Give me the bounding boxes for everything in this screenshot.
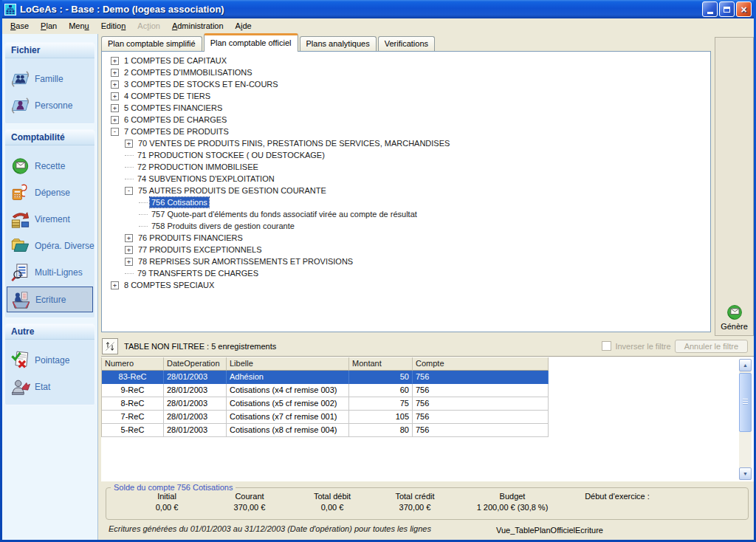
tree-item-4-comptes-de-tiers[interactable]: +4 COMPTES DE TIERS bbox=[102, 90, 710, 102]
scroll-thumb[interactable] bbox=[739, 373, 752, 432]
column-header-libelle[interactable]: Libelle bbox=[227, 357, 349, 371]
tree-item-72-production-immobilisee[interactable]: 72 PRODUCTION IMMOBILISEE bbox=[102, 161, 710, 173]
tab-verifications[interactable]: Verifications bbox=[378, 36, 435, 51]
sidebar-item-famille[interactable]: Famille bbox=[5, 66, 94, 92]
table-cell[interactable]: 60 bbox=[349, 384, 413, 397]
menu-action[interactable]: Action bbox=[131, 20, 166, 32]
tree-item-6-comptes-de-charges[interactable]: +6 COMPTES DE CHARGES bbox=[102, 114, 710, 126]
scroll-up-icon[interactable]: ▲ bbox=[739, 359, 752, 371]
tree-label: 79 TRANSFERTS DE CHARGES bbox=[136, 268, 260, 278]
table-cell[interactable]: 75 bbox=[349, 397, 413, 411]
table-cell[interactable]: 756 bbox=[413, 371, 549, 384]
table-cell[interactable]: 756 bbox=[413, 384, 549, 397]
table-cell[interactable]: 28/01/2003 bbox=[164, 424, 227, 437]
sidebar-item-opera-diverses[interactable]: Opéra. Diverses bbox=[5, 233, 94, 259]
tree-item-3-comptes-de-stocks-et-en-cours[interactable]: +3 COMPTES DE STOCKS ET EN-COURS bbox=[102, 78, 710, 90]
generate-button[interactable]: Génère bbox=[715, 303, 753, 331]
table-cell[interactable]: 9-ReC bbox=[102, 384, 164, 397]
table-cell[interactable]: 28/01/2003 bbox=[164, 397, 227, 411]
tree-item-2-comptes-d-immobilisations[interactable]: +2 COMPTES D'IMMOBILISATIONS bbox=[102, 66, 710, 78]
table-cell[interactable]: Cotisations (x4 cf remise 003) bbox=[227, 384, 349, 397]
close-button[interactable]: × bbox=[736, 1, 752, 17]
vertical-scrollbar[interactable]: ▲ ▼ bbox=[739, 359, 752, 480]
sidebar-item-virement[interactable]: Virement bbox=[5, 206, 94, 233]
tree-item-8-comptes-speciaux[interactable]: +8 COMPTES SPECIAUX bbox=[102, 279, 710, 291]
expand-icon[interactable]: + bbox=[125, 246, 133, 254]
recette-icon bbox=[9, 156, 31, 176]
table-cell[interactable]: 50 bbox=[349, 371, 413, 384]
tree-label: 70 VENTES DE PRODUITS FINIS, PRESTATIONS… bbox=[137, 138, 451, 148]
table-cell[interactable]: 756 bbox=[413, 424, 549, 437]
table-cell[interactable]: 105 bbox=[349, 411, 413, 424]
tree-item-76-produits-financiers[interactable]: +76 PRODUITS FINANCIERS bbox=[102, 232, 710, 244]
column-header-compte[interactable]: Compte bbox=[413, 357, 549, 371]
table-cell[interactable]: Cotisations (x5 cf remise 002) bbox=[227, 397, 349, 411]
sidebar-item-recette[interactable]: Recette bbox=[5, 153, 94, 179]
table-cell[interactable]: Adhésion bbox=[227, 371, 349, 384]
tree-item-758-produits-divers-de-gestion-courante[interactable]: 758 Produits divers de gestion courante bbox=[102, 220, 710, 232]
table-cell[interactable]: 756 bbox=[413, 411, 549, 424]
tree-item-756-cotisations[interactable]: 756 Cotisations bbox=[102, 196, 710, 208]
menu-base[interactable]: Base bbox=[4, 20, 35, 32]
summary-value: 1 200,00 € (30,8 %) bbox=[456, 503, 568, 512]
cancel-filter-button[interactable]: Annuler le filtre bbox=[675, 340, 748, 353]
tab-plans-analytiques[interactable]: Plans analytiques bbox=[300, 36, 377, 51]
table-cell[interactable]: 28/01/2003 bbox=[164, 411, 227, 424]
tab-plan-comptable-simplifie[interactable]: Plan comptable simplifié bbox=[101, 36, 202, 51]
restore-button[interactable] bbox=[719, 1, 735, 17]
collapse-icon[interactable]: - bbox=[125, 187, 133, 195]
expand-icon[interactable]: + bbox=[111, 92, 119, 100]
expand-icon[interactable]: + bbox=[111, 104, 119, 112]
tree-item-75-autres-produits-de-gestion-courante[interactable]: -75 AUTRES PRODUITS DE GESTION COURANTE bbox=[102, 185, 710, 196]
tree-item-5-comptes-financiers[interactable]: +5 COMPTES FINANCIERS bbox=[102, 102, 710, 114]
table-cell[interactable]: 28/01/2003 bbox=[164, 384, 227, 397]
tree-item-78-reprises-sur-amortissements-et-provisions[interactable]: +78 REPRISES SUR AMORTISSEMENTS ET PROVI… bbox=[102, 255, 710, 267]
table-cell[interactable]: 5-ReC bbox=[102, 424, 164, 437]
table-cell[interactable]: 7-ReC bbox=[102, 411, 164, 424]
menu-plan[interactable]: Plan bbox=[35, 20, 63, 32]
scroll-down-icon[interactable]: ▼ bbox=[739, 467, 752, 480]
table-cell[interactable]: Cotisations (x7 cf remise 001) bbox=[227, 411, 349, 424]
expand-icon[interactable]: + bbox=[111, 116, 119, 124]
invert-filter-checkbox[interactable] bbox=[602, 341, 611, 351]
tab-plan-comptable-officiel[interactable]: Plan comptable officiel bbox=[204, 33, 298, 52]
table-cell[interactable]: Cotisations (x8 cf remise 004) bbox=[227, 424, 349, 437]
tree-item-70-ventes-de-produits-finis-prestations-de-services-marchandises[interactable]: +70 VENTES DE PRODUITS FINIS, PRESTATION… bbox=[102, 137, 710, 149]
menu-aide[interactable]: Aide bbox=[230, 20, 258, 32]
sidebar-item-multi-lignes[interactable]: Multi-Lignes bbox=[5, 259, 94, 286]
expand-icon[interactable]: + bbox=[111, 57, 119, 65]
tree-item-757-quote-part-d-elements-du-fonds-associatif-viree-au-compte-de-resultat[interactable]: 757 Quote-part d'éléments du fonds assoc… bbox=[102, 208, 710, 220]
expand-icon[interactable]: + bbox=[125, 140, 133, 148]
column-header-montant[interactable]: Montant bbox=[349, 357, 413, 371]
table-cell[interactable]: 80 bbox=[349, 424, 413, 437]
column-header-dateoperation[interactable]: DateOperation bbox=[164, 357, 227, 371]
expand-icon[interactable]: + bbox=[125, 234, 133, 242]
sidebar-item-pointage[interactable]: Pointage bbox=[5, 347, 94, 374]
tree-item-74-subventions-d-exploitation[interactable]: 74 SUBVENTIONS D'EXPLOITATION bbox=[102, 173, 710, 185]
table-cell[interactable]: 83-ReC bbox=[102, 371, 164, 384]
expand-icon[interactable]: + bbox=[111, 80, 119, 89]
tree-item-71-production-stockee-ou-destockage[interactable]: 71 PRODUCTION STOCKEE ( OU DESTOCKAGE) bbox=[102, 149, 710, 161]
menu-menu[interactable]: Menu bbox=[63, 20, 95, 32]
table-cell[interactable]: 8-ReC bbox=[102, 397, 164, 411]
column-header-numero[interactable]: Numero bbox=[102, 357, 164, 371]
tree-item-1-comptes-de-capitaux[interactable]: +1 COMPTES DE CAPITAUX bbox=[102, 55, 710, 66]
sort-button[interactable] bbox=[102, 338, 118, 354]
expand-icon[interactable]: + bbox=[111, 69, 119, 77]
expand-icon[interactable]: + bbox=[125, 258, 133, 266]
tree-item-77-produits-exceptionnels[interactable]: +77 PRODUITS EXCEPTIONNELS bbox=[102, 244, 710, 255]
menu-edition[interactable]: Edition bbox=[95, 20, 132, 32]
accounts-tree: +1 COMPTES DE CAPITAUX+2 COMPTES D'IMMOB… bbox=[101, 51, 711, 332]
expand-icon[interactable]: + bbox=[111, 281, 119, 289]
sidebar-item-etat[interactable]: Etat bbox=[5, 374, 94, 400]
tree-item-79-transferts-de-charges[interactable]: 79 TRANSFERTS DE CHARGES bbox=[102, 267, 710, 279]
tree-item-7-comptes-de-produits[interactable]: -7 COMPTES DE PRODUITS bbox=[102, 126, 710, 137]
sidebar-item-depense[interactable]: Dépense bbox=[5, 179, 94, 206]
collapse-icon[interactable]: - bbox=[111, 128, 119, 136]
table-cell[interactable]: 28/01/2003 bbox=[164, 371, 227, 384]
menu-administration[interactable]: Administration bbox=[166, 20, 230, 32]
sidebar-item-personne[interactable]: Personne bbox=[5, 92, 94, 119]
table-cell[interactable]: 756 bbox=[413, 397, 549, 411]
minimize-button[interactable] bbox=[702, 1, 718, 17]
sidebar-item-ecriture[interactable]: Ecriture bbox=[7, 287, 93, 312]
